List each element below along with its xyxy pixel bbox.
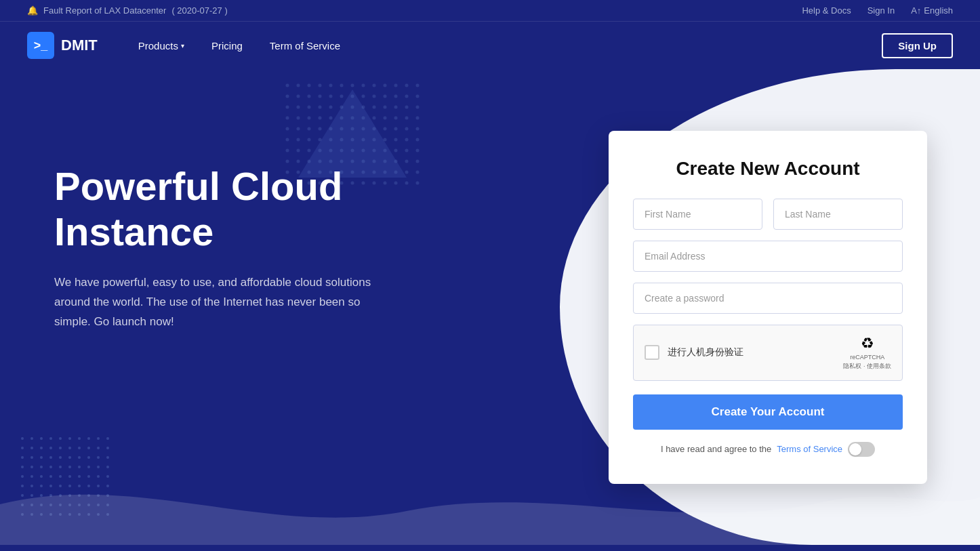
alert-text: Fault Report of LAX Datacenter <box>43 5 166 16</box>
signup-button[interactable]: Sign Up <box>882 33 953 58</box>
language-selector[interactable]: A↑ English <box>911 5 953 16</box>
form-title: Create New Account <box>633 158 903 180</box>
form-card: Create New Account 进行人机身份验证 ♻ reCAPTCHA … <box>609 131 927 484</box>
hero-title: Powerful Cloud Instance <box>54 164 529 254</box>
recaptcha-icon: ♻ <box>861 335 874 352</box>
recaptcha-logo: ♻ reCAPTCHA 隐私权 · 使用条款 <box>843 335 891 371</box>
help-docs-link[interactable]: Help & Docs <box>802 5 851 16</box>
navbar: >_ DMIT Products ▾ Pricing Term of Servi… <box>0 22 980 69</box>
hero-section: Powerful Cloud Instance We have powerful… <box>0 69 556 545</box>
chevron-down-icon: ▾ <box>181 42 184 49</box>
form-section: Create New Account 进行人机身份验证 ♻ reCAPTCHA … <box>556 69 980 545</box>
pricing-nav-link[interactable]: Pricing <box>198 22 256 69</box>
recaptcha-label: 进行人机身份验证 <box>668 346 835 359</box>
terms-row: I have read and agree to the Terms of Se… <box>633 442 903 457</box>
logo[interactable]: >_ DMIT <box>27 32 98 59</box>
nav-right: Sign Up <box>882 33 953 58</box>
name-row <box>633 199 903 230</box>
last-name-input[interactable] <box>773 199 903 230</box>
recaptcha-brand: reCAPTCHA <box>850 354 884 361</box>
first-name-input[interactable] <box>633 199 762 230</box>
email-group <box>633 241 903 272</box>
recaptcha-widget[interactable]: 进行人机身份验证 ♻ reCAPTCHA 隐私权 · 使用条款 <box>633 325 903 381</box>
bell-icon: 🔔 <box>27 5 38 16</box>
lang-icon: A↑ <box>911 5 921 16</box>
alert-bar-right: Help & Docs Sign In A↑ English <box>802 5 953 16</box>
alert-bar-left: 🔔 Fault Report of LAX Datacenter ( 2020-… <box>27 5 228 16</box>
terms-of-service-link[interactable]: Terms of Service <box>777 444 842 454</box>
alert-date: ( 2020-07-27 ) <box>171 5 227 16</box>
alert-bar: 🔔 Fault Report of LAX Datacenter ( 2020-… <box>0 0 980 22</box>
password-input[interactable] <box>633 283 903 314</box>
logo-icon: >_ <box>27 32 54 59</box>
products-nav-link[interactable]: Products ▾ <box>125 22 198 69</box>
main-content: Powerful Cloud Instance We have powerful… <box>0 69 980 545</box>
recaptcha-checkbox[interactable] <box>645 345 659 360</box>
terms-toggle[interactable] <box>848 442 875 457</box>
signin-link[interactable]: Sign In <box>867 5 895 16</box>
password-group <box>633 283 903 314</box>
hero-subtitle: We have powerful, easy to use, and affor… <box>54 273 380 332</box>
tos-nav-link[interactable]: Term of Service <box>256 22 354 69</box>
logo-symbol: >_ <box>34 39 48 53</box>
recaptcha-links: 隐私权 · 使用条款 <box>843 362 891 371</box>
lang-label: English <box>924 5 953 16</box>
create-account-button[interactable]: Create Your Account <box>633 394 903 430</box>
email-input[interactable] <box>633 241 903 272</box>
terms-prefix: I have read and agree to the <box>661 444 771 454</box>
nav-links: Products ▾ Pricing Term of Service <box>125 22 882 69</box>
logo-text: DMIT <box>61 37 98 54</box>
